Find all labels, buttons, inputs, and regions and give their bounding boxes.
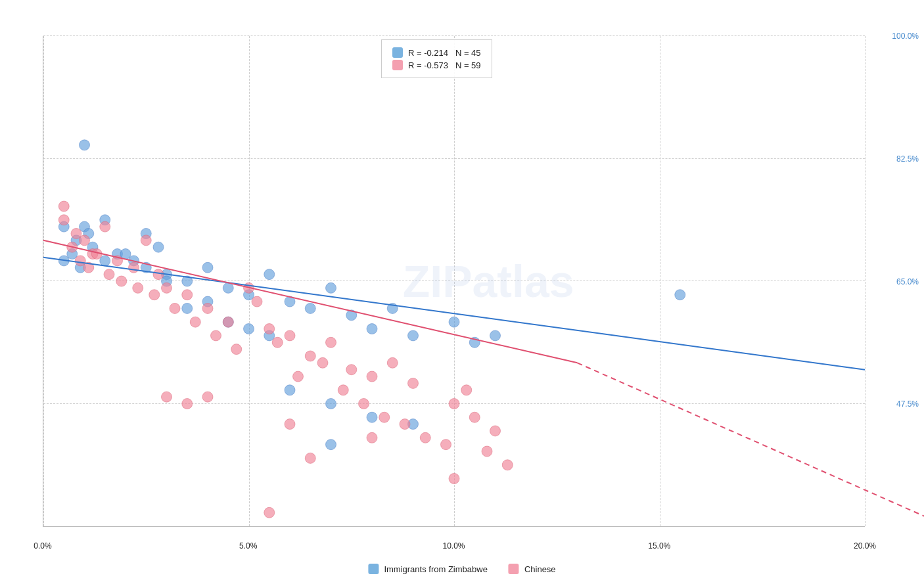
svg-point-100 xyxy=(264,507,275,518)
legend-r-zimbabwe: R = -0.214 N = 45 xyxy=(408,48,481,58)
svg-point-41 xyxy=(326,399,336,409)
svg-point-37 xyxy=(244,324,254,334)
svg-point-62 xyxy=(326,337,336,348)
svg-point-87 xyxy=(338,385,348,395)
svg-point-14 xyxy=(264,269,275,280)
svg-point-22 xyxy=(449,317,459,327)
svg-point-82 xyxy=(231,344,242,355)
svg-point-54 xyxy=(162,282,172,293)
bottom-swatch-chinese xyxy=(509,564,519,574)
svg-point-78 xyxy=(149,290,160,300)
svg-point-63 xyxy=(346,365,357,375)
svg-point-25 xyxy=(80,140,90,150)
svg-point-16 xyxy=(305,303,315,313)
svg-point-11 xyxy=(202,262,213,273)
legend-box: R = -0.214 N = 45 R = -0.573 N = 59 xyxy=(381,39,492,78)
svg-point-21 xyxy=(408,330,419,341)
svg-point-92 xyxy=(441,440,451,450)
svg-point-81 xyxy=(211,330,221,341)
svg-point-55 xyxy=(182,290,193,300)
grid-line-v100 xyxy=(865,36,866,526)
svg-line-104 xyxy=(43,258,865,370)
svg-point-86 xyxy=(317,357,328,368)
svg-point-24 xyxy=(490,330,501,341)
svg-point-95 xyxy=(502,460,513,470)
svg-point-64 xyxy=(367,371,377,382)
legend-swatch-zimbabwe xyxy=(392,47,403,58)
svg-point-94 xyxy=(482,446,492,457)
chart-container: ZIPatlas 100.0% 82.5% 65.0% 47.5% 0.0% 5… xyxy=(0,0,924,586)
svg-point-67 xyxy=(449,399,459,409)
svg-point-42 xyxy=(367,412,377,422)
svg-point-91 xyxy=(420,432,430,443)
bottom-legend-chinese: Chinese xyxy=(509,564,556,574)
svg-point-19 xyxy=(367,324,377,334)
svg-point-85 xyxy=(293,371,304,382)
svg-point-40 xyxy=(285,385,295,395)
legend-item-zimbabwe: R = -0.214 N = 45 xyxy=(392,47,481,58)
svg-point-76 xyxy=(116,276,127,286)
svg-point-61 xyxy=(305,351,315,361)
svg-point-60 xyxy=(285,330,295,341)
svg-point-8 xyxy=(153,242,164,252)
svg-point-80 xyxy=(190,317,200,327)
svg-point-88 xyxy=(359,399,369,409)
chart-area: ZIPatlas xyxy=(43,36,865,527)
svg-point-77 xyxy=(133,282,143,293)
svg-line-105 xyxy=(43,240,578,363)
legend-swatch-chinese xyxy=(392,60,403,70)
svg-point-75 xyxy=(104,269,114,280)
svg-point-83 xyxy=(252,296,262,307)
svg-point-101 xyxy=(305,453,315,463)
svg-point-102 xyxy=(182,399,193,409)
bottom-label-chinese: Chinese xyxy=(524,564,556,574)
x-label-5: 5.0% xyxy=(239,541,257,551)
svg-point-17 xyxy=(326,282,336,293)
svg-point-69 xyxy=(490,426,501,436)
svg-point-53 xyxy=(153,269,164,280)
bottom-legend-zimbabwe: Immigrants from Zimbabwe xyxy=(368,564,487,574)
svg-point-52 xyxy=(141,235,151,246)
svg-point-70 xyxy=(58,201,69,212)
svg-point-79 xyxy=(170,303,180,313)
svg-point-44 xyxy=(326,440,336,450)
y-label-82: 82.5% xyxy=(896,154,919,164)
y-label-65: 65.0% xyxy=(896,277,919,286)
svg-point-56 xyxy=(202,303,213,313)
svg-point-57 xyxy=(223,317,233,327)
svg-point-99 xyxy=(449,473,459,484)
bottom-label-zimbabwe: Immigrants from Zimbabwe xyxy=(384,564,487,574)
svg-point-12 xyxy=(223,282,233,293)
svg-point-68 xyxy=(469,412,480,422)
svg-point-59 xyxy=(264,324,275,334)
svg-point-45 xyxy=(58,215,69,225)
svg-point-47 xyxy=(80,235,90,246)
svg-point-65 xyxy=(387,357,398,368)
chart-svg xyxy=(43,36,865,526)
svg-point-97 xyxy=(285,419,295,430)
svg-point-34 xyxy=(182,303,193,313)
svg-point-51 xyxy=(129,262,139,273)
y-label-47: 47.5% xyxy=(896,399,919,409)
y-label-100: 100.0% xyxy=(892,32,919,41)
x-label-15: 15.0% xyxy=(648,541,670,551)
legend-item-chinese: R = -0.573 N = 59 xyxy=(392,60,481,70)
legend-r-chinese: R = -0.573 N = 59 xyxy=(408,60,481,70)
bottom-legend: Immigrants from Zimbabwe Chinese xyxy=(368,564,555,574)
bottom-swatch-zimbabwe xyxy=(368,564,379,574)
x-label-20: 20.0% xyxy=(854,541,876,551)
svg-point-93 xyxy=(461,385,472,395)
svg-point-90 xyxy=(400,419,410,430)
svg-point-89 xyxy=(379,412,390,422)
svg-point-49 xyxy=(100,221,110,232)
x-label-0: 0.0% xyxy=(34,541,51,551)
x-label-10: 10.0% xyxy=(442,541,465,551)
svg-point-84 xyxy=(272,337,283,348)
svg-point-39 xyxy=(675,290,685,300)
svg-point-103 xyxy=(162,392,172,402)
svg-point-66 xyxy=(408,378,419,388)
svg-line-106 xyxy=(578,363,925,526)
svg-point-96 xyxy=(202,392,213,402)
svg-point-98 xyxy=(367,432,377,443)
